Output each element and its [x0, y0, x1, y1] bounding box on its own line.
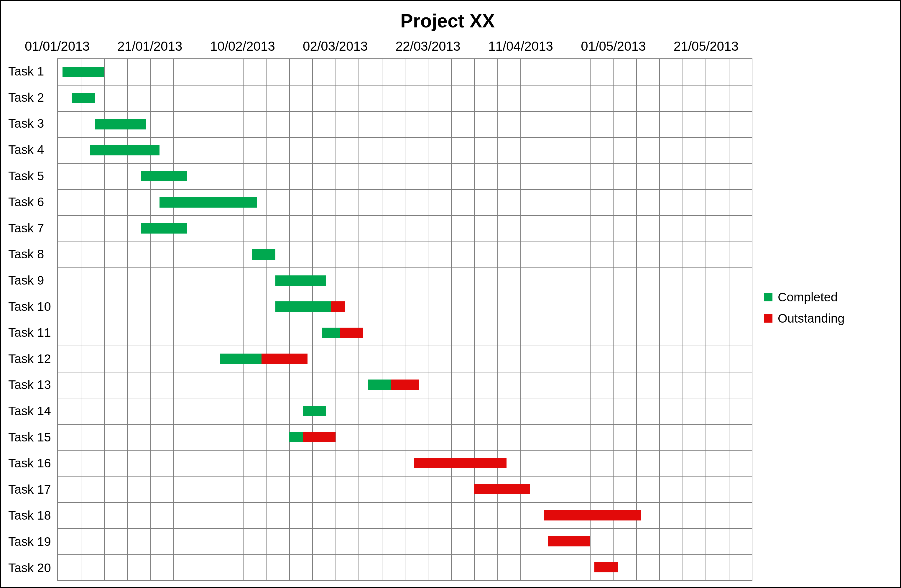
- y-axis-task-label: Task 2: [7, 85, 57, 111]
- bar-completed: [62, 67, 104, 77]
- task-row: [58, 424, 752, 450]
- y-axis-task-label: Task 4: [7, 137, 57, 163]
- x-axis-tick-label: 21/01/2013: [117, 39, 182, 54]
- y-axis-task-label: Task 11: [7, 320, 57, 346]
- legend-swatch-completed-icon: [764, 293, 772, 301]
- y-axis-task-label: Task 6: [7, 189, 57, 215]
- plot-area: [57, 58, 752, 581]
- task-row: [58, 320, 752, 346]
- y-axis-task-label: Task 13: [7, 372, 57, 398]
- bar-completed: [368, 379, 391, 390]
- x-axis-tick-label: 01/05/2013: [581, 39, 646, 54]
- chart-body: 01/01/201321/01/201310/02/201302/03/2013…: [7, 35, 888, 581]
- y-axis-task-label: Task 14: [7, 398, 57, 424]
- legend-swatch-outstanding-icon: [764, 314, 772, 323]
- y-axis-task-label: Task 19: [7, 529, 57, 555]
- bar-completed: [72, 93, 95, 103]
- bar-outstanding: [262, 354, 308, 364]
- x-axis-tick-label: 22/03/2013: [395, 39, 460, 54]
- task-row: [58, 450, 752, 476]
- task-row: [58, 267, 752, 293]
- bar-completed: [322, 328, 340, 338]
- bar-outstanding: [544, 510, 641, 520]
- legend-item-completed: Completed: [764, 290, 888, 304]
- task-row: [58, 398, 752, 424]
- bar-completed: [95, 119, 146, 129]
- bar-outstanding: [391, 379, 419, 390]
- y-axis-task-label: Task 12: [7, 346, 57, 372]
- y-axis-task-label: Task 5: [7, 163, 57, 189]
- y-axis-task-label: Task 16: [7, 450, 57, 477]
- y-axis-task-label: Task 7: [7, 215, 57, 242]
- task-row: [58, 346, 752, 371]
- bar-outstanding: [331, 301, 344, 312]
- legend-label-outstanding: Outstanding: [778, 311, 845, 326]
- bar-completed: [275, 301, 331, 312]
- bar-completed: [220, 354, 261, 364]
- task-row: [58, 59, 752, 85]
- chart-title: Project XX: [7, 10, 888, 32]
- x-axis-tick-label: 01/01/2013: [25, 39, 90, 54]
- task-row: [58, 554, 752, 580]
- y-axis-task-label: Task 3: [7, 111, 57, 137]
- legend-label-completed: Completed: [778, 290, 838, 304]
- y-axis-labels: Task 1Task 2Task 3Task 4Task 5Task 6Task…: [7, 58, 57, 581]
- y-axis-task-label: Task 15: [7, 424, 57, 450]
- bar-outstanding: [340, 328, 363, 338]
- task-row: [58, 189, 752, 215]
- x-axis: 01/01/201321/01/201310/02/201302/03/2013…: [7, 35, 752, 58]
- y-axis-task-label: Task 1: [7, 58, 57, 85]
- x-axis-tick-label: 11/04/2013: [488, 39, 553, 54]
- bar-outstanding: [474, 484, 530, 494]
- y-axis-task-label: Task 10: [7, 293, 57, 320]
- bar-completed: [275, 275, 326, 286]
- task-row: [58, 163, 752, 189]
- bar-completed: [289, 432, 303, 442]
- chart-column: 01/01/201321/01/201310/02/201302/03/2013…: [7, 35, 752, 581]
- task-row: [58, 137, 752, 163]
- bar-outstanding: [548, 536, 590, 546]
- bar-completed: [141, 171, 187, 181]
- y-axis-task-label: Task 20: [7, 555, 57, 581]
- task-row: [58, 215, 752, 241]
- task-row: [58, 242, 752, 267]
- bar-outstanding: [594, 562, 617, 572]
- bar-completed: [90, 145, 159, 155]
- task-row: [58, 372, 752, 398]
- y-axis-task-label: Task 18: [7, 502, 57, 529]
- task-row: [58, 294, 752, 320]
- x-axis-tick-label: 02/03/2013: [303, 39, 368, 54]
- bar-completed: [252, 249, 275, 259]
- task-row: [58, 111, 752, 137]
- bar-outstanding: [303, 432, 335, 442]
- x-axis-tick-label: 21/05/2013: [674, 39, 739, 54]
- task-row: [58, 85, 752, 111]
- task-row: [58, 476, 752, 502]
- y-axis-task-label: Task 9: [7, 267, 57, 294]
- bar-completed: [141, 223, 187, 234]
- x-axis-tick-label: 10/02/2013: [210, 39, 275, 54]
- task-row: [58, 502, 752, 528]
- plot-wrap: Task 1Task 2Task 3Task 4Task 5Task 6Task…: [7, 58, 752, 581]
- task-row: [58, 528, 752, 554]
- legend-item-outstanding: Outstanding: [764, 311, 888, 326]
- bar-completed: [159, 197, 257, 207]
- chart-page: Project XX 01/01/201321/01/201310/02/201…: [0, 0, 901, 588]
- y-axis-task-label: Task 17: [7, 477, 57, 503]
- bar-outstanding: [414, 458, 507, 468]
- bar-completed: [303, 406, 326, 416]
- y-axis-task-label: Task 8: [7, 241, 57, 267]
- legend: Completed Outstanding: [752, 35, 888, 581]
